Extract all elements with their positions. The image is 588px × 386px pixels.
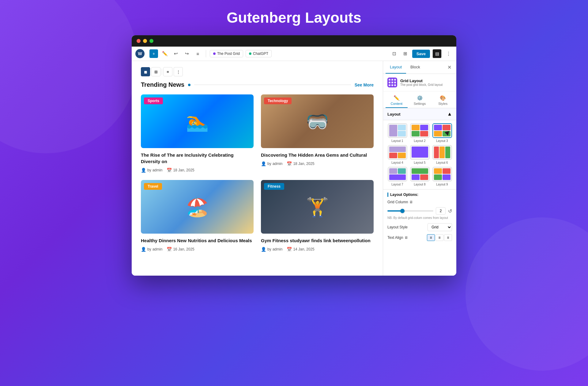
post-date: 18 Jan, 2025 (293, 162, 314, 166)
layout-item-7[interactable]: Layout 7 (387, 167, 407, 186)
more-options-button[interactable]: ⋮ (444, 49, 453, 58)
reset-icon[interactable]: ↺ (448, 208, 452, 214)
panel-tabs: Layout Block ✕ (383, 61, 456, 74)
layout-label-1: Layout 1 (391, 139, 403, 143)
block-more-button[interactable]: ⋮ (174, 67, 183, 76)
post-card: Sports The Rise of The are Inclusivity C… (141, 94, 254, 173)
layout-item-6[interactable]: Layout 6 (432, 145, 452, 164)
pencil-button[interactable]: ✏️ (160, 49, 169, 58)
calendar-icon: 📅 (287, 161, 292, 166)
chatgpt-plugin-button[interactable]: ChatGPT (246, 50, 272, 57)
post-image-wrap: Travel (141, 180, 254, 234)
layout-thumb-4 (388, 145, 407, 160)
block-align-button[interactable]: ≡ (163, 67, 172, 76)
layout-item-5[interactable]: Layout 5 (410, 145, 430, 164)
sub-tab-styles[interactable]: 🎨 Styles (432, 93, 454, 108)
redo-button[interactable]: ↪ (183, 49, 191, 58)
icon-dot (391, 84, 393, 86)
layout-label-4: Layout 4 (391, 161, 403, 164)
slider-value[interactable]: 2 (436, 207, 446, 215)
user-icon: 👤 (261, 161, 266, 166)
user-icon: 👤 (141, 168, 146, 173)
meta-author: 👤 by admin (261, 161, 282, 166)
monitor-icon: 🖥 (409, 200, 413, 204)
block-toolbar: ◼ ⊞ ≡ ⋮ (141, 67, 374, 76)
layout-label-3: Layout 3 (436, 139, 448, 143)
layout-item-1[interactable]: Layout 1 (387, 123, 407, 143)
trending-title: Trending News (141, 81, 184, 88)
layout-thumb-7 (388, 167, 407, 182)
settings-toggle-button[interactable]: ▤ (432, 49, 442, 58)
align-center-button[interactable]: ≡ (435, 234, 443, 241)
dot-yellow[interactable] (143, 39, 147, 43)
panel-close-button[interactable]: ✕ (445, 62, 454, 73)
icon-dot (394, 82, 396, 83)
panel-content: Layout ▲ Layout 1 (383, 108, 456, 276)
slider-track[interactable] (387, 210, 433, 212)
dot-red[interactable] (137, 39, 141, 43)
post-image-wrap: Technology (261, 94, 374, 148)
layout-thumb-5 (410, 145, 430, 160)
block-select-button[interactable]: ◼ (141, 67, 150, 76)
calendar-icon: 📅 (167, 247, 172, 252)
layout-style-option: Layout Style Grid (387, 223, 452, 231)
panel-plugin-header: Grid Layout The post grid block, Grid la… (383, 74, 456, 91)
layout-label-6: Layout 6 (436, 161, 448, 164)
layout-thumb-9 (432, 167, 452, 182)
plugin-icon (387, 78, 397, 87)
layout-style-select[interactable]: Grid (428, 223, 452, 231)
meta-date: 📅 16 Jan, 2025 (167, 247, 194, 252)
post-category-fitness: Fitness (264, 183, 284, 190)
add-block-button[interactable]: + (149, 49, 158, 58)
grid-column-option: Grid Column 🖥 (387, 200, 452, 204)
layout-item-3[interactable]: Layout 3 (432, 123, 452, 143)
layout-item-4[interactable]: Layout 4 (387, 145, 407, 164)
post-meta: 👤 by admin 📅 18 Jan, 2025 (261, 161, 374, 166)
styles-icon: 🎨 (440, 95, 446, 101)
layout-options-title: Layout Options: (387, 193, 452, 197)
layout-item-2[interactable]: Layout 2 (410, 123, 430, 143)
trending-line (194, 85, 351, 85)
preview-button[interactable]: ⊡ (390, 49, 399, 58)
sub-tab-content[interactable]: ✏️ Content (386, 93, 408, 108)
layout-label-2: Layout 2 (414, 139, 425, 143)
sub-tab-label: Styles (438, 102, 447, 105)
meta-author: 👤 by admin (141, 247, 162, 252)
by-label: by (267, 247, 271, 251)
list-view-button[interactable]: ≡ (194, 49, 202, 58)
layout-item-8[interactable]: Layout 8 (410, 167, 430, 186)
icon-dot (389, 82, 390, 83)
author-name: admin (273, 162, 283, 166)
layout-thumb-2 (410, 123, 430, 138)
meta-date: 📅 18 Jan, 2025 (167, 168, 194, 173)
post-card: Fitness Gym Fitness studyawr finds link … (261, 180, 374, 252)
post-grid-plugin-button[interactable]: The Post Grid (210, 50, 243, 57)
page-title: Gutenberg Layouts (227, 9, 361, 26)
layout-label-7: Layout 7 (391, 183, 403, 186)
layout-item-9[interactable]: Layout 9 (432, 167, 452, 186)
block-grid-button[interactable]: ⊞ (151, 67, 160, 76)
tab-block[interactable]: Block (406, 61, 424, 74)
plugin2-label: ChatGPT (253, 52, 268, 56)
undo-button[interactable]: ↩ (172, 49, 180, 58)
see-more-link[interactable]: See More (355, 82, 374, 87)
align-right-button[interactable]: ≡ (444, 234, 452, 241)
align-left-button[interactable]: ≡ (427, 234, 435, 241)
sub-tabs: ✏️ Content ⚙️ Settings 🎨 Styles (383, 91, 456, 108)
external-button[interactable]: ⊞ (401, 49, 410, 58)
post-meta: 👤 by admin 📅 18 Jan, 2025 (141, 168, 254, 173)
tab-layout[interactable]: Layout (386, 61, 406, 74)
dot-green[interactable] (149, 39, 153, 43)
save-button[interactable]: Save (412, 50, 430, 58)
right-panel: Layout Block ✕ Grid Layout (383, 61, 456, 276)
grid-column-slider: 2 ↺ (387, 207, 452, 215)
layout-section-header: Layout ▲ (383, 108, 456, 120)
collapse-icon[interactable]: ▲ (447, 111, 452, 117)
slider-fill (387, 210, 401, 212)
sub-tab-settings[interactable]: ⚙️ Settings (409, 93, 431, 108)
icon-dot (394, 79, 396, 81)
slider-thumb[interactable] (400, 209, 405, 213)
user-icon: 👤 (261, 247, 266, 252)
by-label: by (147, 168, 151, 172)
layout-thumb-1 (388, 123, 407, 138)
